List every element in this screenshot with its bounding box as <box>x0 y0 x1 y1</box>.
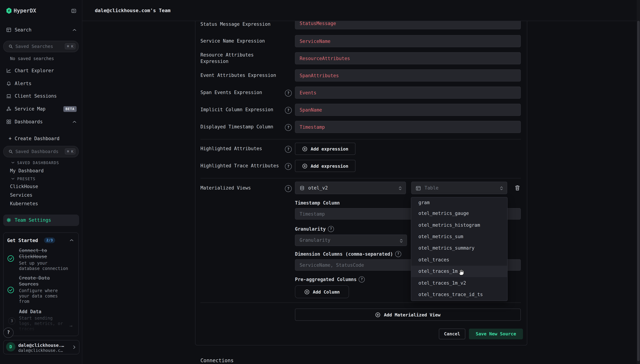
gear-icon <box>6 218 12 223</box>
dropdown-item[interactable]: otel_metrics_summary <box>411 242 507 254</box>
add-expression-button[interactable]: Add expression <box>295 160 356 172</box>
search-icon <box>8 44 13 49</box>
table-icon <box>416 186 421 191</box>
plus-circle-icon <box>304 289 310 294</box>
alerts-label: Alerts <box>15 80 32 87</box>
connections-heading: Connections <box>200 358 233 363</box>
sidebar-item-service-map[interactable]: Service Map BETA <box>0 105 82 116</box>
sidebar-collapse-icon[interactable] <box>71 8 77 14</box>
dropdown-item[interactable]: otel_metrics_sum <box>411 231 507 242</box>
table-select-dropdown: gram otel_metrics_gauge otel_metrics_his… <box>411 197 508 301</box>
chevron-down-icon <box>11 161 15 164</box>
dropdown-item[interactable]: gram <box>411 197 507 208</box>
saved-searches-input[interactable]: Saved Searches ⌘ K <box>3 41 79 52</box>
service-map-icon <box>6 106 12 112</box>
item-title: Add Data <box>19 308 63 315</box>
sidebar-item-client-sessions[interactable]: Client Sessions <box>0 92 82 102</box>
avatar: D <box>6 342 16 352</box>
dropdown-item[interactable]: otel_metrics_histogram <box>411 220 507 231</box>
app-root: HyperDX Search Saved Searches ⌘ K No sav… <box>0 0 640 364</box>
item-desc-line: Set up your <box>19 261 68 266</box>
plus-icon: + <box>9 136 12 141</box>
presets-section-header[interactable]: PRESETS <box>0 176 82 182</box>
beta-badge: BETA <box>63 106 77 112</box>
saved-dashboards-placeholder: Saved Dashboards <box>16 146 59 157</box>
app-title: HyperDX <box>14 8 36 14</box>
table-select[interactable]: Table <box>411 182 507 194</box>
plus-circle-icon <box>375 312 381 317</box>
dropdown-item[interactable]: otel_metrics_gauge <box>411 208 507 219</box>
dropdown-item[interactable]: otel_traces_1m_v2 <box>411 278 507 288</box>
add-materialized-view-button[interactable]: Add Materialized View <box>295 308 521 321</box>
user-card[interactable]: D dale@clickhouse.… dale@clickhouse.c… <box>3 340 80 354</box>
saved-dashboards-header-label: SAVED DASHBOARDS <box>17 160 59 165</box>
granularity-select[interactable]: Granularity <box>295 234 407 246</box>
service-map-label: Service Map <box>15 106 46 112</box>
item-title-line: Create Data <box>19 275 58 281</box>
item-title-line: Connect to <box>19 248 68 254</box>
add-expression-button[interactable]: Add expression <box>295 143 356 155</box>
get-started-card: Get Started 2/3 Connect to ClickHouse Se… <box>3 232 79 336</box>
dropdown-item[interactable]: otel_traces <box>411 254 507 265</box>
add-expression-label: Add expression <box>311 163 349 168</box>
hyperdx-logo-icon <box>6 8 12 14</box>
item-desc-line: database connection <box>19 266 68 272</box>
saved-dashboards-section-header[interactable]: SAVED DASHBOARDS <box>0 160 82 166</box>
saved-searches-placeholder: Saved Searches <box>16 41 53 52</box>
client-sessions-label: Client Sessions <box>15 93 57 100</box>
sidebar-item-services[interactable]: Services <box>0 191 82 200</box>
chevron-down-icon <box>11 177 15 180</box>
add-materialized-view-label: Add Materialized View <box>384 312 440 317</box>
chevron-updown-icon <box>400 238 403 244</box>
sidebar-item-dashboards[interactable]: Dashboards <box>0 118 82 128</box>
table-select-placeholder: Table <box>425 182 439 194</box>
bell-icon <box>6 81 12 86</box>
scrollbar-thumb[interactable] <box>637 21 640 361</box>
sidebar-section-search[interactable]: Search <box>0 25 82 35</box>
get-started-item-create-sources[interactable]: Create Data Sources Configure where your… <box>19 275 58 304</box>
get-started-item-connect[interactable]: Connect to ClickHouse Set up your databa… <box>19 248 68 272</box>
cancel-button[interactable]: Cancel <box>439 328 465 339</box>
sidebar-item-clickhouse[interactable]: ClickHouse <box>0 183 82 191</box>
get-started-progress-badge: 2/3 <box>44 238 55 243</box>
search-section-label: Search <box>15 27 32 33</box>
shortcut-badge: ⌘ K <box>65 148 76 154</box>
dashboards-label: Dashboards <box>15 119 43 125</box>
sidebar-item-team-settings[interactable]: Team Settings <box>3 214 79 226</box>
fade-overlay <box>4 314 78 336</box>
get-started-title: Get Started <box>7 238 38 243</box>
presets-header-label: PRESETS <box>17 176 36 181</box>
chevron-up-icon <box>72 28 77 32</box>
save-new-source-button[interactable]: Save New Source <box>469 328 523 339</box>
sidebar-item-my-dashboard[interactable]: My Dashboard <box>0 166 82 176</box>
create-dashboard-label: Create Dashboard <box>15 136 59 142</box>
mouse-cursor-icon <box>457 268 465 276</box>
chart-explorer-icon <box>6 68 12 73</box>
create-dashboard-button[interactable]: + Create Dashboard <box>0 135 82 144</box>
chevron-up-icon <box>72 120 77 123</box>
database-select[interactable]: otel_v2 <box>295 182 406 194</box>
shortcut-badge: ⌘ K <box>65 43 76 49</box>
saved-dashboards-input[interactable]: Saved Dashboards ⌘ K <box>3 146 79 157</box>
sidebar-item-chart-explorer[interactable]: Chart Explorer <box>0 66 82 77</box>
chevron-up-icon[interactable] <box>70 238 74 242</box>
sidebar-item-alerts[interactable]: Alerts <box>0 80 82 90</box>
plus-circle-icon <box>302 163 307 168</box>
plus-circle-icon <box>302 146 307 152</box>
my-dashboard-label: My Dashboard <box>10 168 44 174</box>
dropdown-item[interactable]: otel_traces_trace_id_ts <box>411 289 507 300</box>
add-column-button[interactable]: Add Column <box>295 285 349 298</box>
sidebar-item-kubernetes[interactable]: Kubernetes <box>0 200 82 208</box>
search-section-icon <box>6 27 12 32</box>
user-email: dale@clickhouse.c… <box>18 348 63 353</box>
page-title: dale@clickhouse.com's Team <box>95 0 171 21</box>
user-name: dale@clickhouse.… <box>18 342 64 348</box>
granularity-placeholder: Granularity <box>299 235 330 246</box>
sidebar: HyperDX Search Saved Searches ⌘ K No sav… <box>0 0 82 364</box>
help-button[interactable]: ? <box>3 328 14 338</box>
search-icon <box>8 149 13 154</box>
delete-materialized-view-icon[interactable] <box>514 184 520 191</box>
item-title-line: Sources <box>19 281 58 287</box>
dashboards-icon <box>6 119 12 124</box>
database-icon <box>299 185 305 191</box>
